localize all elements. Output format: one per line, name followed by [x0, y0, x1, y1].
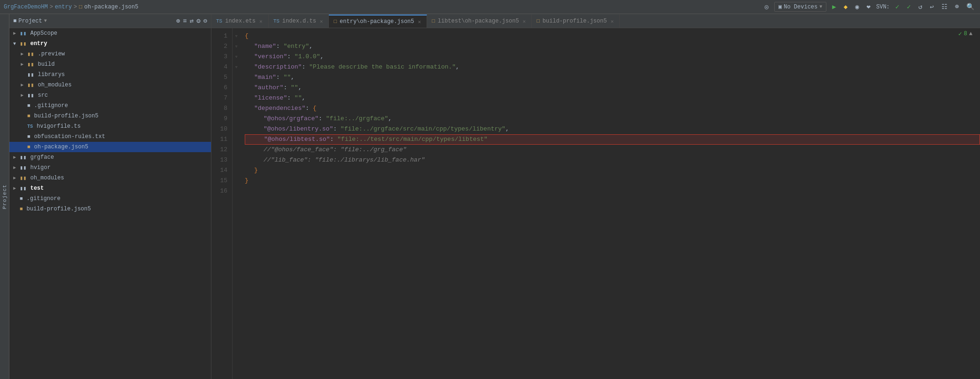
fold-gutter: ▿ ▿ ▿ ▿: [233, 28, 240, 379]
tree-item-build-profile-root[interactable]: ► ■ build-profile.json5: [9, 204, 211, 214]
folder-icon-oh-modules-root: ▮▮: [20, 175, 26, 182]
arrow-icon: ▼: [13, 41, 18, 46]
tab-entry-oh-package[interactable]: □ entry\oh-package.json5 ✕: [329, 15, 427, 28]
layout-icon[interactable]: ☷: [940, 2, 949, 12]
tree-item-test[interactable]: ► ▮▮ test: [9, 183, 211, 193]
val-description: "Please describe the basic information.": [309, 63, 456, 70]
key-libentry: "@ohos/libentry.so": [264, 125, 333, 132]
tree-item-src[interactable]: ► ▮▮ src: [9, 90, 211, 101]
folder-icon-appscope: ▮▮: [20, 30, 26, 37]
target-icon[interactable]: ◎: [763, 2, 770, 12]
code-line-6: "author": "",: [245, 83, 980, 93]
code-line-8: "dependencies": {: [245, 103, 980, 114]
tree-item-entry[interactable]: ▼ ▮▮ entry: [9, 39, 211, 49]
tab-build-profile[interactable]: □ build-profile.json5 ✕: [532, 15, 620, 28]
val-main: "": [283, 74, 291, 81]
key-main: "main": [254, 74, 276, 81]
folder-icon-build: ▮▮: [27, 61, 34, 68]
tree-item-build[interactable]: ► ▮▮ build: [9, 59, 211, 70]
folder-icon-librarys: ▮▮: [27, 71, 34, 78]
tab-close-index-dts[interactable]: ✕: [319, 18, 324, 24]
val-libtest: "file:../test/src/main/cpp/types/libtest…: [337, 136, 488, 143]
tree-item-gitignore[interactable]: ► ■ .gitignore: [9, 101, 211, 111]
revert-icon[interactable]: ↩: [928, 2, 935, 12]
tabs-bar: TS index.ets ✕ TS index.d.ts ✕ □ entry\o…: [211, 14, 980, 28]
debug-icon[interactable]: ◉: [853, 2, 861, 12]
tree-minus-icon[interactable]: ⊖: [203, 17, 207, 25]
tree-item-grgface[interactable]: ► ▮▮ grgface: [9, 152, 211, 162]
file-tree-header: ■ Project ▼ ⊕ ≡ ⇄ ⚙ ⊖: [9, 14, 211, 28]
tree-align-icon[interactable]: ≡: [183, 17, 187, 25]
breadcrumb-folder[interactable]: entry: [55, 4, 72, 10]
code-content[interactable]: { "name": "entry", "version": "1.0.0",: [240, 28, 980, 379]
arrow-icon: ►: [21, 93, 25, 98]
tab-close-entry-oh-package[interactable]: ✕: [417, 19, 422, 25]
top-bar: GrgFaceDemoHM > entry > □ oh-package.jso…: [0, 0, 980, 14]
tab-close-index-ets[interactable]: ✕: [258, 18, 264, 24]
tab-close-libtest-oh-package[interactable]: ✕: [522, 18, 527, 24]
svn-check-icon[interactable]: ✓: [894, 2, 901, 12]
tree-item-preview[interactable]: ► ▮▮ .preview: [9, 49, 211, 59]
brace-open: {: [245, 31, 249, 41]
arrow-icon: ►: [21, 52, 25, 57]
tree-item-oh-modules-root[interactable]: ► ▮▮ oh_modules: [9, 173, 211, 183]
editor-badge: ✓ 8 ▲: [958, 30, 972, 38]
val-grgface: "file:../grgface": [326, 115, 389, 122]
badge-chevron-up[interactable]: ▲: [969, 31, 972, 37]
arrow-icon: ►: [21, 62, 25, 67]
run-icon[interactable]: ▶: [830, 2, 838, 12]
tree-item-build-profile[interactable]: ► ■ build-profile.json5: [9, 111, 211, 121]
tree-label-test: test: [30, 185, 44, 192]
check-icon: ✓: [958, 30, 962, 38]
tab-close-build-profile[interactable]: ✕: [610, 18, 615, 24]
tab-index-ets[interactable]: TS index.ets ✕: [211, 15, 269, 28]
tab-index-dts[interactable]: TS index.d.ts ✕: [269, 15, 329, 28]
tab-label-index-ets: index.ets: [225, 18, 256, 24]
code-line-13: //"lib_face": "file:./librarys/lib_face.…: [245, 155, 980, 165]
tree-settings-icon[interactable]: ⚙: [196, 17, 200, 25]
chevron-down-icon-tree[interactable]: ▼: [44, 18, 47, 23]
tree-label-src: src: [38, 92, 48, 99]
tree-plus-icon[interactable]: ⊕: [176, 17, 180, 25]
folder-icon-test: ▮▮: [20, 185, 26, 192]
tree-label-entry: entry: [30, 40, 47, 47]
tab-icon-index-dts: TS: [273, 18, 280, 24]
tree-item-gitignore-root[interactable]: ► ■ .gitignore: [9, 193, 211, 204]
code-line-16: [245, 186, 980, 196]
tree-label-hvigorfile: hvigorfile.ts: [37, 123, 81, 130]
tree-item-oh-modules[interactable]: ► ▮▮ oh_modules: [9, 80, 211, 90]
profile-icon[interactable]: ❤: [865, 2, 872, 12]
file-tree-header-icons: ⊕ ≡ ⇄ ⚙ ⊖: [176, 17, 207, 25]
tree-item-librarys[interactable]: ► ▮▮ librarys: [9, 70, 211, 80]
tree-item-obfuscation[interactable]: ► ■ obfuscation-rules.txt: [9, 131, 211, 142]
tree-collapse-icon[interactable]: ⇄: [190, 17, 194, 25]
code-editor: 1 2 3 4 5 6 7 8 9 10 11 12 13 14 15 16 ▿: [211, 28, 980, 379]
tree-label-grgface: grgface: [30, 154, 54, 161]
svn-check2-icon[interactable]: ✓: [905, 2, 912, 12]
key-dependencies: "dependencies": [254, 105, 305, 112]
tab-libtest-oh-package[interactable]: □ libtest\oh-package.json5 ✕: [427, 15, 532, 28]
history-icon[interactable]: ↺: [917, 2, 924, 12]
tree-label-oh-modules-root: oh_modules: [30, 175, 64, 181]
tree-label-gitignore: .gitignore: [34, 102, 68, 109]
brace-deps-close: }: [254, 167, 258, 174]
main-layout: Project ■ Project ▼ ⊕ ≡ ⇄ ⚙ ⊖ ► ▮▮ AppSc…: [0, 14, 980, 379]
code-line-5: "main": "",: [245, 72, 980, 83]
build-icon[interactable]: ◆: [842, 2, 849, 12]
search-icon[interactable]: 🔍: [964, 2, 976, 12]
tree-item-appscope[interactable]: ► ▮▮ AppScope: [9, 28, 211, 39]
layout2-icon[interactable]: ☸: [953, 2, 961, 12]
side-panel[interactable]: Project: [0, 14, 9, 379]
svn-label: SVN:: [876, 4, 890, 10]
tree-item-hvigorfile[interactable]: ► TS hvigorfile.ts: [9, 121, 211, 131]
breadcrumb-project[interactable]: GrgFaceDemoHM: [4, 4, 48, 10]
key-libtest: "@ohos/libtest.so": [264, 136, 330, 143]
code-line-4: "description": "Please describe the basi…: [245, 62, 980, 72]
breadcrumb-sep1: >: [50, 4, 53, 10]
badge-count: 8: [964, 31, 967, 37]
device-selector[interactable]: ▣ No Devices ▼: [774, 2, 826, 12]
line-numbers: 1 2 3 4 5 6 7 8 9 10 11 12 13 14 15 16: [211, 28, 233, 379]
tree-item-oh-package[interactable]: ► ■ oh-package.json5: [9, 142, 211, 152]
tree-item-hvigor[interactable]: ► ▮▮ hvigor: [9, 162, 211, 173]
breadcrumb-current-file: □ oh-package.json5: [79, 4, 138, 10]
